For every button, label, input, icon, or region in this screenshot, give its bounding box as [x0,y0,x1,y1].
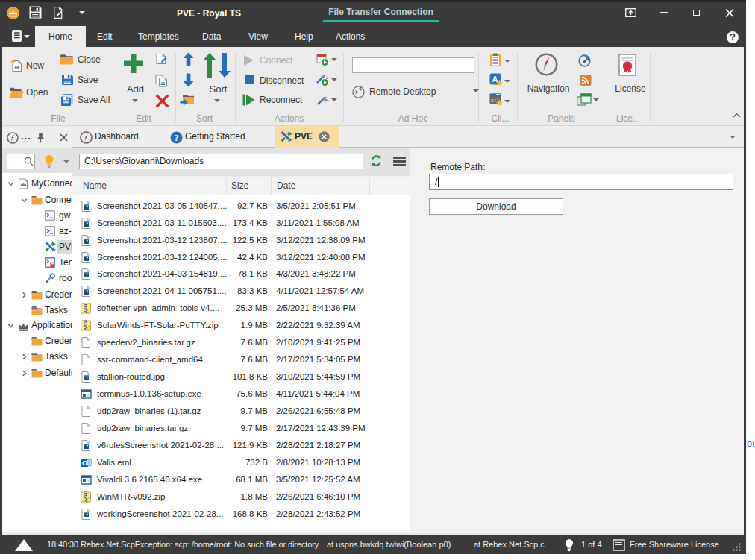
svg-text:?: ? [175,133,179,142]
